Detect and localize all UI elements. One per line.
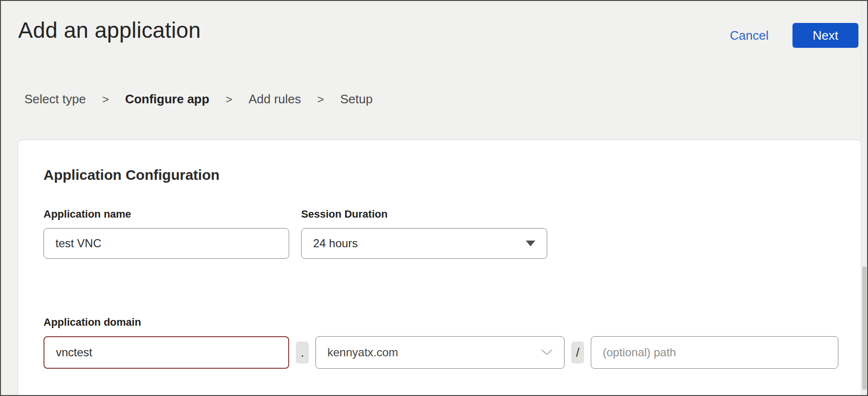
configuration-card: Application Configuration Application na…: [18, 140, 862, 396]
caret-down-icon: [526, 241, 535, 246]
breadcrumb-step-add-rules[interactable]: Add rules: [249, 92, 301, 107]
window-frame: Add an application Cancel Next Select ty…: [0, 0, 868, 396]
breadcrumb-step-setup[interactable]: Setup: [340, 92, 373, 107]
application-name-input[interactable]: [43, 228, 289, 259]
breadcrumb-step-configure-app[interactable]: Configure app: [125, 92, 209, 107]
session-duration-select[interactable]: 24 hours: [301, 228, 547, 259]
header-actions: Cancel Next: [730, 23, 858, 48]
dot-separator: .: [296, 341, 309, 363]
page-title: Add an application: [18, 17, 201, 43]
chevron-down-icon: [541, 349, 553, 356]
application-domain-label: Application domain: [43, 316, 839, 329]
next-button[interactable]: Next: [792, 23, 858, 48]
session-duration-label: Session Duration: [301, 208, 547, 220]
cancel-button[interactable]: Cancel: [730, 28, 769, 43]
domain-select-value: kennyatx.com: [327, 346, 398, 359]
application-domain-field: Application domain . kennyatx.com /: [43, 316, 839, 369]
name-duration-row: Application name Session Duration 24 hou…: [43, 208, 547, 259]
slash-separator: /: [571, 341, 584, 363]
subdomain-input[interactable]: [43, 336, 289, 369]
scrollbar[interactable]: [861, 1, 867, 395]
path-input[interactable]: [591, 336, 838, 369]
scrollbar-thumb[interactable]: [862, 266, 867, 390]
application-name-label: Application name: [43, 208, 289, 220]
breadcrumb: Select type > Configure app > Add rules …: [24, 92, 373, 107]
session-duration-value: 24 hours: [313, 237, 358, 250]
section-title: Application Configuration: [43, 167, 219, 183]
domain-select[interactable]: kennyatx.com: [315, 336, 564, 369]
application-name-field: Application name: [43, 208, 289, 259]
breadcrumb-separator: >: [226, 93, 232, 106]
breadcrumb-separator: >: [317, 93, 324, 106]
breadcrumb-step-select-type[interactable]: Select type: [24, 92, 86, 107]
breadcrumb-separator: >: [102, 93, 109, 106]
session-duration-field: Session Duration 24 hours: [301, 208, 547, 259]
application-domain-row: . kennyatx.com /: [43, 336, 839, 369]
